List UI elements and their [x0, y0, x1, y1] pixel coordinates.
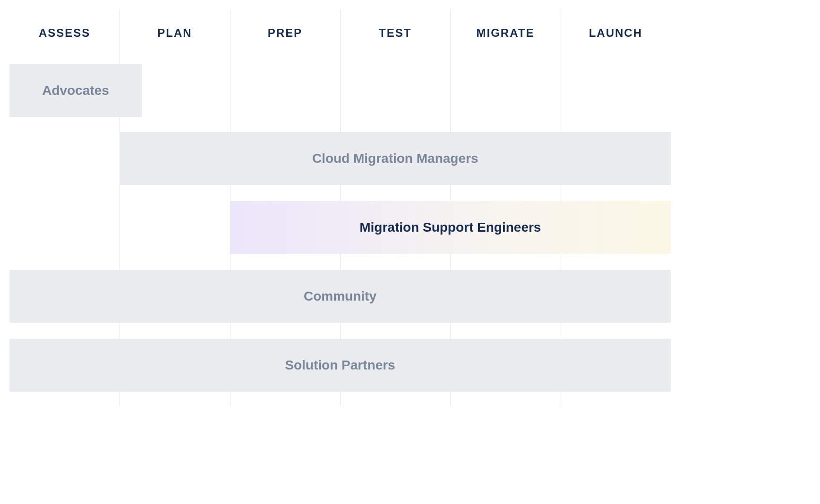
- bar-cloud-migration-managers: Cloud Migration Managers: [120, 132, 671, 185]
- bar-label: Solution Partners: [285, 358, 395, 373]
- bar-label: Community: [304, 289, 376, 304]
- phase-header-launch: Launch: [561, 9, 671, 57]
- phase-header-assess: Assess: [9, 9, 120, 57]
- phase-header-row: Assess Plan Prep Test Migrate Launch: [9, 9, 671, 57]
- bar-label: Migration Support Engineers: [359, 220, 541, 235]
- bar-label: Advocates: [42, 83, 109, 98]
- phase-header-prep: Prep: [230, 9, 340, 57]
- migration-phase-chart: Assess Plan Prep Test Migrate Launch Adv…: [9, 9, 671, 406]
- phase-header-test: Test: [340, 9, 450, 57]
- phase-header-migrate: Migrate: [450, 9, 560, 57]
- phase-header-plan: Plan: [120, 9, 230, 57]
- bar-solution-partners: Solution Partners: [9, 339, 671, 392]
- bar-migration-support-engineers: Migration Support Engineers: [230, 201, 671, 254]
- grid: Assess Plan Prep Test Migrate Launch Adv…: [9, 9, 671, 406]
- bar-advocates: Advocates: [9, 64, 142, 117]
- bar-label: Cloud Migration Managers: [312, 151, 478, 166]
- bar-community: Community: [9, 270, 671, 323]
